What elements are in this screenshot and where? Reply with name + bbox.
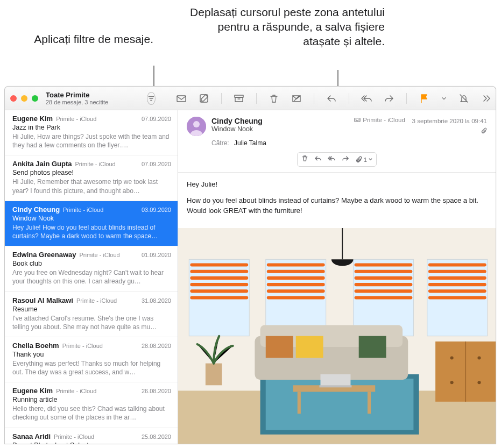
from: Cindy Cheung: [12, 205, 60, 214]
avatar-image: [187, 117, 206, 136]
window-traffic-lights: [10, 95, 38, 102]
reply-button[interactable]: [326, 93, 337, 104]
from: Edwina Greenaway: [12, 251, 76, 259]
svg-rect-24: [368, 392, 371, 414]
body-text: How do you feel about blinds instead of …: [187, 195, 487, 216]
preview: Hi Julie, How are things? Just spoke wit…: [12, 132, 171, 150]
compose-button[interactable]: [199, 93, 209, 104]
toolbar-separator: [349, 93, 349, 104]
window-minimize-button[interactable]: [21, 95, 27, 102]
to-label: Către:: [211, 139, 229, 147]
reading-pane: Cindy Cheung Window Nook Primite - iClou…: [178, 110, 496, 444]
list-item[interactable]: Chella Boehm Primite - iCloud 28.08.2020…: [5, 337, 178, 382]
archive-button[interactable]: [234, 93, 244, 104]
chevron-down-icon: [441, 93, 447, 104]
subject: Book club: [12, 260, 171, 267]
callouts-area: Aplicați filtre de mesaje. Deplasați cur…: [0, 0, 501, 83]
reply-icon: [326, 93, 337, 104]
junk-icon: [291, 93, 302, 104]
list-item[interactable]: Sanaa Aridi Primite - iCloud 25.08.2020 …: [5, 428, 178, 444]
account: Primite - iCloud: [56, 388, 138, 394]
subject: Running article: [12, 396, 171, 403]
subject: Window Nook: [12, 215, 171, 222]
filter-button[interactable]: [147, 92, 156, 105]
chevron-down-icon: [368, 157, 373, 162]
hover-forward-button[interactable]: [341, 154, 349, 165]
svg-rect-0: [177, 96, 186, 102]
reply-icon: [314, 154, 322, 162]
toolbar-separator: [256, 93, 257, 104]
svg-point-32: [450, 381, 454, 384]
svg-rect-25: [320, 374, 350, 386]
reply-all-icon: [328, 154, 336, 162]
reply-all-button[interactable]: [361, 93, 372, 104]
mute-button[interactable]: [458, 93, 469, 104]
hover-delete-button[interactable]: [301, 154, 309, 165]
mailbox-title: Toate Primite: [46, 91, 143, 99]
svg-rect-34: [206, 363, 222, 385]
preview: Everything was perfect! Thanks so much f…: [12, 359, 171, 376]
hover-reply-button[interactable]: [314, 154, 322, 165]
svg-point-7: [193, 121, 200, 127]
inbox-icon: [354, 117, 361, 123]
subject: Jazz in the Park: [12, 124, 171, 131]
preview: I've attached Carol's resume. She's the …: [12, 314, 171, 331]
list-item[interactable]: Ankita Jain Gupta Primite - iCloud 07.09…: [5, 155, 178, 201]
date: 26.08.2020: [142, 388, 171, 394]
trash-icon: [301, 154, 309, 162]
subject: Thank you: [12, 351, 171, 358]
titlebar: Toate Primite 28 de mesaje, 3 necitite: [5, 87, 496, 110]
list-item[interactable]: Edwina Greenaway Primite - iCloud 01.09.…: [5, 246, 178, 291]
list-item[interactable]: Eugene Kim Primite - iCloud 26.08.2020 R…: [5, 382, 178, 428]
trash-icon: [269, 93, 279, 104]
preview: Are you free on Wednesday night? Can't w…: [12, 268, 171, 286]
paperclip-icon: [481, 127, 487, 134]
attachment-indicator[interactable]: [354, 127, 487, 135]
header-from: Cindy Cheung: [211, 117, 263, 125]
bell-slash-icon: [458, 93, 469, 104]
get-mail-button[interactable]: [176, 93, 187, 104]
header-date: 3 septembrie 2020 la 09:41: [412, 118, 487, 124]
hover-reply-all-button[interactable]: [328, 154, 336, 165]
hover-attachments-button[interactable]: 1: [355, 155, 373, 163]
split-view: Eugene Kim Primite - iCloud 07.09.2020 J…: [5, 110, 496, 444]
account: Primite - iCloud: [63, 207, 138, 213]
window-zoom-button[interactable]: [32, 95, 38, 102]
subject: Send photos please!: [12, 169, 171, 176]
toolbar-overflow-button[interactable]: [481, 93, 492, 104]
mailbox-icon: [176, 93, 187, 104]
header-folder[interactable]: Primite - iCloud: [354, 117, 405, 123]
flag-button[interactable]: [419, 93, 429, 104]
message-header: Cindy Cheung Window Nook Primite - iClou…: [178, 110, 496, 170]
message-body: Hey Julie! How do you feel about blinds …: [178, 173, 496, 228]
living-room-photo: [178, 228, 496, 444]
forward-button[interactable]: [384, 93, 394, 104]
attachment-image[interactable]: [178, 228, 496, 444]
mail-window: Toate Primite 28 de mesaje, 3 necitite: [4, 86, 496, 444]
from: Ankita Jain Gupta: [12, 160, 72, 168]
header-meta: Primite - iCloud 3 septembrie 2020 la 09…: [354, 117, 487, 135]
paperclip-icon: [355, 155, 363, 163]
header-subject: Window Nook: [211, 125, 263, 133]
message-list[interactable]: Eugene Kim Primite - iCloud 07.09.2020 J…: [5, 110, 178, 444]
date: 07.09.2020: [142, 116, 171, 122]
body-greeting: Hey Julie!: [187, 179, 487, 190]
account: Primite - iCloud: [75, 161, 138, 167]
attachment-count: 1: [364, 157, 367, 163]
junk-button[interactable]: [291, 93, 302, 104]
forward-icon: [341, 154, 349, 162]
delete-button[interactable]: [269, 93, 279, 104]
list-item[interactable]: Rasoul Al Malkawi Primite - iCloud 31.08…: [5, 292, 178, 337]
list-item-selected[interactable]: Cindy Cheung Primite - iCloud 03.09.2020…: [5, 201, 178, 246]
from: Sanaa Aridi: [12, 432, 51, 440]
subject: Resume: [12, 305, 171, 313]
archive-icon: [234, 93, 244, 104]
date: 31.08.2020: [142, 297, 171, 304]
svg-rect-23: [298, 392, 301, 414]
flag-menu-button[interactable]: [441, 93, 447, 104]
callout-filter: Aplicați filtre de mesaje.: [19, 32, 153, 47]
avatar[interactable]: [187, 117, 206, 136]
compose-icon: [199, 93, 209, 104]
window-close-button[interactable]: [10, 95, 17, 102]
list-item[interactable]: Eugene Kim Primite - iCloud 07.09.2020 J…: [5, 110, 178, 155]
